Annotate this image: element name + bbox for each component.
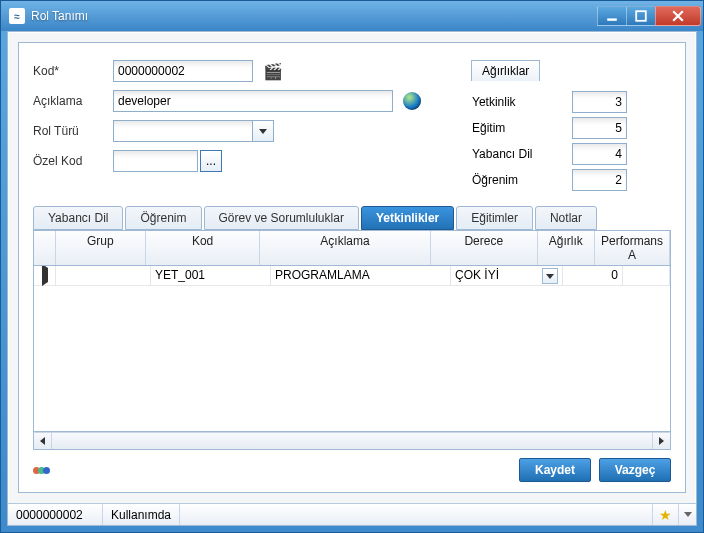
grid-header-agirlik[interactable]: Ağırlık: [538, 231, 595, 265]
weight-yetkinlik-input[interactable]: [572, 91, 627, 113]
weight-egitim-input[interactable]: [572, 117, 627, 139]
rolturu-input[interactable]: [113, 120, 253, 142]
grid-header-derece[interactable]: Derece: [431, 231, 538, 265]
status-config-button[interactable]: [678, 504, 696, 525]
status-spacer: [180, 504, 652, 525]
content-panel: Kod* 🎬 Açıklama Rol Türü: [18, 42, 686, 493]
status-bar: 0000000002 Kullanımda ★: [8, 503, 696, 525]
favorite-icon[interactable]: ★: [652, 504, 678, 525]
ozelkod-browse-button[interactable]: ...: [200, 150, 222, 172]
weights-header: Ağırlıklar: [471, 60, 540, 81]
weight-yetkinlik-label: Yetkinlik: [472, 95, 572, 109]
scroll-left-button[interactable]: [34, 433, 52, 449]
cell-performans[interactable]: [623, 266, 670, 285]
table-row[interactable]: YET_001 PROGRAMLAMA ÇOK İYİ 0: [34, 266, 670, 286]
grid-panel: Grup Kod Açıklama Derece Ağırlık Perform…: [33, 230, 671, 450]
grid-header-grup[interactable]: Grup: [56, 231, 147, 265]
status-code: 0000000002: [8, 504, 103, 525]
svg-rect-0: [607, 18, 617, 20]
weight-yabancidil-label: Yabancı Dil: [472, 147, 572, 161]
scroll-right-button[interactable]: [652, 433, 670, 449]
tab-egitimler[interactable]: Eğitimler: [456, 206, 533, 230]
cell-grup[interactable]: [56, 266, 151, 285]
aciklama-label: Açıklama: [33, 94, 113, 108]
status-state: Kullanımda: [103, 504, 180, 525]
cell-agirlik[interactable]: 0: [563, 266, 623, 285]
grid-header-kod[interactable]: Kod: [146, 231, 260, 265]
cell-aciklama[interactable]: PROGRAMLAMA: [271, 266, 451, 285]
weight-ogrenim-label: Öğrenim: [472, 173, 572, 187]
aciklama-input[interactable]: [113, 90, 393, 112]
grid-header-aciklama[interactable]: Açıklama: [260, 231, 431, 265]
weights-panel: Ağırlıklar Yetkinlik Eğitim Yabancı Dil: [471, 59, 671, 196]
grid-header-row: Grup Kod Açıklama Derece Ağırlık Perform…: [33, 230, 671, 266]
scroll-track[interactable]: [52, 433, 652, 449]
vazgec-button[interactable]: Vazgeç: [599, 458, 671, 482]
footer-strip: Kaydet Vazgeç: [33, 458, 671, 482]
tab-strip: Yabancı Dil Öğrenim Görev ve Sorumlulukl…: [33, 206, 671, 230]
horizontal-scrollbar[interactable]: [33, 432, 671, 450]
cell-kod[interactable]: YET_001: [151, 266, 271, 285]
clapper-icon[interactable]: 🎬: [263, 62, 283, 81]
globe-icon[interactable]: [403, 92, 421, 110]
grid-header-performans[interactable]: Performans A: [595, 231, 670, 265]
ozelkod-label: Özel Kod: [33, 154, 113, 168]
weight-ogrenim-input[interactable]: [572, 169, 627, 191]
tab-yetkinlikler[interactable]: Yetkinlikler: [361, 206, 454, 230]
tab-ogrenim[interactable]: Öğrenim: [125, 206, 201, 230]
ozelkod-input[interactable]: [113, 150, 198, 172]
kod-input[interactable]: [113, 60, 253, 82]
color-config-icon[interactable]: [33, 467, 50, 474]
grid-body[interactable]: YET_001 PROGRAMLAMA ÇOK İYİ 0: [33, 266, 671, 432]
tab-notlar[interactable]: Notlar: [535, 206, 597, 230]
window-frame: ≈ Rol Tanımı Kod* 🎬: [0, 0, 704, 533]
app-icon: ≈: [9, 8, 25, 24]
role-form: Kod* 🎬 Açıklama Rol Türü: [33, 59, 451, 196]
maximize-button[interactable]: [626, 6, 656, 26]
titlebar: ≈ Rol Tanımı: [1, 1, 703, 31]
cell-derece-value: ÇOK İYİ: [455, 268, 540, 283]
weight-yabancidil-input[interactable]: [572, 143, 627, 165]
rolturu-dropdown-button[interactable]: [252, 120, 274, 142]
form-area: Kod* 🎬 Açıklama Rol Türü: [19, 43, 685, 206]
minimize-button[interactable]: [597, 6, 627, 26]
close-button[interactable]: [655, 6, 701, 26]
svg-rect-1: [636, 11, 646, 21]
window-title: Rol Tanımı: [31, 9, 88, 23]
client-area: Kod* 🎬 Açıklama Rol Türü: [7, 31, 697, 526]
rolturu-label: Rol Türü: [33, 124, 113, 138]
kod-label: Kod*: [33, 64, 113, 78]
tab-yabancidil[interactable]: Yabancı Dil: [33, 206, 123, 230]
grid-header-selector[interactable]: [34, 231, 56, 265]
cell-derece-dropdown-button[interactable]: [542, 268, 558, 284]
cell-derece[interactable]: ÇOK İYİ: [451, 266, 563, 285]
tab-gorev-sorumluluk[interactable]: Görev ve Sorumluluklar: [204, 206, 359, 230]
kaydet-button[interactable]: Kaydet: [519, 458, 591, 482]
weight-egitim-label: Eğitim: [472, 121, 572, 135]
row-indicator: [34, 266, 56, 285]
